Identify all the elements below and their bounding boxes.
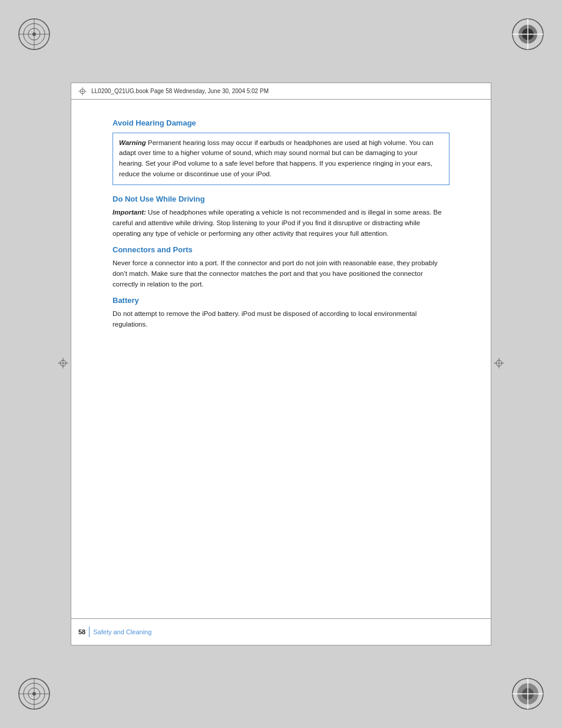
section-title-connectors: Connectors and Ports	[113, 244, 449, 256]
reg-mark-left-mid	[58, 358, 68, 371]
warning-text: Warning Permanent hearing loss may occur…	[119, 138, 443, 180]
section-connectors: Connectors and Ports Never force a conne…	[113, 244, 449, 290]
corner-circle-br	[510, 676, 546, 711]
header-file-info: LL0200_Q21UG.book Page 58 Wednesday, Jun…	[91, 88, 269, 94]
page-footer: 58 Safety and Cleaning	[71, 618, 491, 645]
section-body-connectors: Never force a connector into a port. If …	[113, 258, 449, 289]
corner-circle-tr	[510, 17, 546, 52]
section-title-battery: Battery	[113, 295, 449, 307]
warning-box: Warning Permanent hearing loss may occur…	[113, 133, 449, 185]
section-avoid-hearing: Avoid Hearing Damage Warning Permanent h…	[113, 117, 449, 185]
section-body-battery: Do not attempt to remove the iPod batter…	[113, 309, 449, 330]
warning-keyword: Warning	[119, 139, 146, 146]
footer-divider	[89, 627, 90, 637]
footer-page-number: 58	[78, 628, 85, 635]
reg-mark-right-mid	[494, 358, 504, 371]
page-outer: LL0200_Q21UG.book Page 58 Wednesday, Jun…	[0, 0, 562, 728]
footer-section-name: Safety and Cleaning	[93, 628, 151, 635]
section-body-do-not-drive: Important: Use of headphones while opera…	[113, 207, 449, 239]
corner-circle-bl	[16, 676, 52, 711]
corner-circle-tl	[16, 17, 52, 52]
page-header: LL0200_Q21UG.book Page 58 Wednesday, Jun…	[71, 83, 491, 100]
section-title-do-not-drive: Do Not Use While Driving	[113, 193, 449, 205]
section-battery: Battery Do not attempt to remove the iPo…	[113, 295, 449, 330]
page-white: LL0200_Q21UG.book Page 58 Wednesday, Jun…	[71, 83, 491, 645]
important-keyword: Important:	[113, 209, 146, 216]
section-do-not-drive: Do Not Use While Driving Important: Use …	[113, 193, 449, 239]
page-content: Avoid Hearing Damage Warning Permanent h…	[101, 100, 461, 618]
section-title-avoid-hearing: Avoid Hearing Damage	[113, 117, 449, 129]
